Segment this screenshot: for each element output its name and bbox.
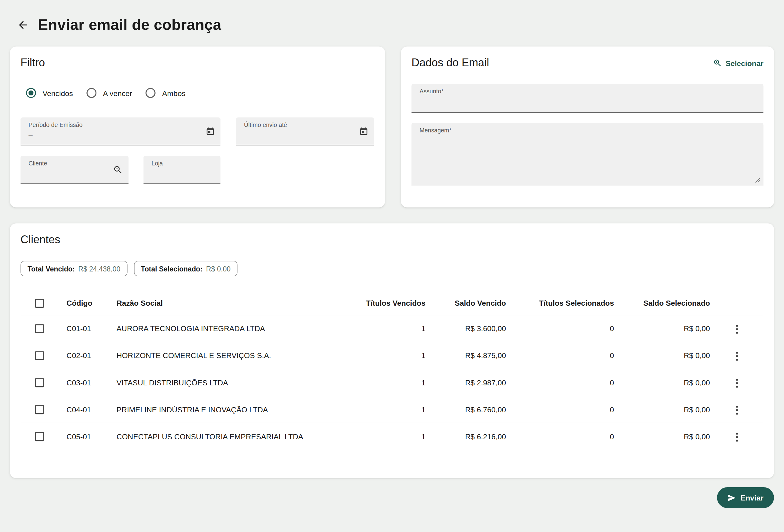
cell-razao-social: PRIMELINE INDÚSTRIA E INOVAÇÃO LTDA <box>116 396 340 423</box>
top-cards-row: Filtro Vencidos A vencer Ambos Período d… <box>10 46 774 207</box>
table-row: C02-01 HORIZONTE COMERCIAL E SERVIÇOS S.… <box>21 342 764 369</box>
radio-a-vencer[interactable]: A vencer <box>86 88 132 98</box>
col-titulos-selecionados: Títulos Selecionados <box>506 291 614 315</box>
cell-titulos-vencidos: 1 <box>340 423 425 450</box>
loja-label: Loja <box>151 160 163 167</box>
cell-titulos-selecionados: 0 <box>506 396 614 423</box>
radio-ambos[interactable]: Ambos <box>145 88 185 98</box>
row-menu-button[interactable] <box>733 349 740 363</box>
cell-saldo-vencido: R$ 4.875,00 <box>425 342 506 369</box>
row-checkbox[interactable] <box>35 378 44 387</box>
ultimo-envio-label: Último envio até <box>244 121 287 128</box>
table-header-row: Código Razão Social Títulos Vencidos Sal… <box>21 291 764 315</box>
assunto-label: Assunto* <box>420 88 444 95</box>
cell-saldo-vencido: R$ 2.987,00 <box>425 369 506 396</box>
cell-saldo-vencido: R$ 3.600,00 <box>425 315 506 342</box>
clients-title: Clientes <box>21 233 764 246</box>
cell-razao-social: AURORA TECNOLOGIA INTEGRADA LTDA <box>116 315 340 342</box>
periodo-emissao-value: – <box>28 130 33 139</box>
page-title: Enviar email de cobrança <box>38 17 221 33</box>
filter-radio-group: Vencidos A vencer Ambos <box>26 88 374 98</box>
loja-field[interactable]: Loja <box>143 156 220 184</box>
resize-handle-icon[interactable] <box>755 177 761 183</box>
cell-saldo-selecionado: R$ 0,00 <box>614 396 710 423</box>
periodo-emissao-field[interactable]: Período de Emissão – <box>21 118 221 145</box>
kebab-menu-icon <box>736 379 738 381</box>
table-row: C05-01 CONECTAPLUS CONSULTORIA EMPRESARI… <box>21 423 764 450</box>
zoom-in-icon <box>713 58 722 67</box>
mensagem-label: Mensagem* <box>420 127 452 134</box>
cell-saldo-selecionado: R$ 0,00 <box>614 423 710 450</box>
assunto-field[interactable]: Assunto* <box>412 84 763 113</box>
kebab-menu-icon <box>736 406 738 408</box>
filter-title: Filtro <box>21 56 375 69</box>
table-row: C03-01 VITASUL DISTRIBUIÇÕES LTDA 1 R$ 2… <box>21 369 764 396</box>
radio-circle-icon <box>86 88 96 98</box>
cell-razao-social: HORIZONTE COMERCIAL E SERVIÇOS S.A. <box>116 342 340 369</box>
radio-a-vencer-label: A vencer <box>103 89 132 97</box>
cell-razao-social: CONECTAPLUS CONSULTORIA EMPRESARIAL LTDA <box>116 423 340 450</box>
page: Enviar email de cobrança Filtro Vencidos… <box>0 0 784 532</box>
row-checkbox[interactable] <box>35 324 44 333</box>
send-icon <box>728 494 736 502</box>
cell-titulos-selecionados: 0 <box>506 315 614 342</box>
clients-table: Código Razão Social Títulos Vencidos Sal… <box>21 291 764 450</box>
cell-codigo: C02-01 <box>66 342 116 369</box>
email-card-header: Dados do Email Selecionar <box>412 56 763 69</box>
radio-vencidos-label: Vencidos <box>43 89 73 97</box>
radio-ambos-label: Ambos <box>162 89 186 97</box>
row-menu-button[interactable] <box>733 322 740 336</box>
clients-table-body: C01-01 AURORA TECNOLOGIA INTEGRADA LTDA … <box>21 315 764 450</box>
row-checkbox[interactable] <box>35 432 44 441</box>
cell-titulos-vencidos: 1 <box>340 369 425 396</box>
row-checkbox[interactable] <box>35 351 44 360</box>
back-arrow-icon <box>17 19 29 31</box>
table-row: C01-01 AURORA TECNOLOGIA INTEGRADA LTDA … <box>21 315 764 342</box>
col-titulos-vencidos: Títulos Vencidos <box>340 291 425 315</box>
cliente-field[interactable]: Cliente <box>21 156 129 184</box>
radio-vencidos[interactable]: Vencidos <box>26 88 73 98</box>
row-checkbox[interactable] <box>35 405 44 414</box>
selecionar-label: Selecionar <box>726 59 763 67</box>
total-vencido-value: R$ 24.438,00 <box>78 265 120 272</box>
ultimo-envio-field[interactable]: Último envio até <box>236 118 374 145</box>
cliente-label: Cliente <box>28 160 47 167</box>
cell-codigo: C03-01 <box>66 369 116 396</box>
total-vencido-label: Total Vencido: <box>28 265 75 272</box>
send-button-label: Enviar <box>740 494 764 502</box>
selecionar-button[interactable]: Selecionar <box>713 58 763 67</box>
mensagem-field[interactable]: Mensagem* <box>412 123 763 186</box>
cell-titulos-selecionados: 0 <box>506 369 614 396</box>
col-saldo-selecionado: Saldo Selecionado <box>614 291 710 315</box>
kebab-menu-icon <box>736 325 738 327</box>
cell-saldo-selecionado: R$ 0,00 <box>614 315 710 342</box>
cell-saldo-selecionado: R$ 0,00 <box>614 342 710 369</box>
email-card: Dados do Email Selecionar Assunto* Mensa… <box>401 46 774 207</box>
total-selecionado-chip: Total Selecionado: R$ 0,00 <box>134 261 238 276</box>
cell-titulos-vencidos: 1 <box>340 396 425 423</box>
send-button[interactable]: Enviar <box>717 487 774 508</box>
total-selecionado-value: R$ 0,00 <box>206 265 231 272</box>
total-vencido-chip: Total Vencido: R$ 24.438,00 <box>21 261 127 276</box>
row-menu-button[interactable] <box>733 430 740 445</box>
cell-titulos-vencidos: 1 <box>340 315 425 342</box>
cell-saldo-selecionado: R$ 0,00 <box>614 369 710 396</box>
calendar-icon[interactable] <box>359 126 368 136</box>
calendar-icon[interactable] <box>205 126 215 136</box>
email-title: Dados do Email <box>412 56 489 69</box>
page-header: Enviar email de cobrança <box>0 0 784 33</box>
row-menu-button[interactable] <box>733 376 740 390</box>
clients-card: Clientes Total Vencido: R$ 24.438,00 Tot… <box>10 223 774 478</box>
zoom-in-icon[interactable] <box>113 165 123 175</box>
cell-saldo-vencido: R$ 6.216,00 <box>425 423 506 450</box>
table-row: C04-01 PRIMELINE INDÚSTRIA E INOVAÇÃO LT… <box>21 396 764 423</box>
cell-codigo: C04-01 <box>66 396 116 423</box>
cell-titulos-selecionados: 0 <box>506 423 614 450</box>
col-saldo-vencido: Saldo Vencido <box>425 291 506 315</box>
cell-codigo: C01-01 <box>66 315 116 342</box>
cell-titulos-selecionados: 0 <box>506 342 614 369</box>
select-all-checkbox[interactable] <box>35 299 44 308</box>
row-menu-button[interactable] <box>733 403 740 417</box>
col-razao-social: Razão Social <box>116 291 340 315</box>
back-button[interactable] <box>17 19 29 31</box>
